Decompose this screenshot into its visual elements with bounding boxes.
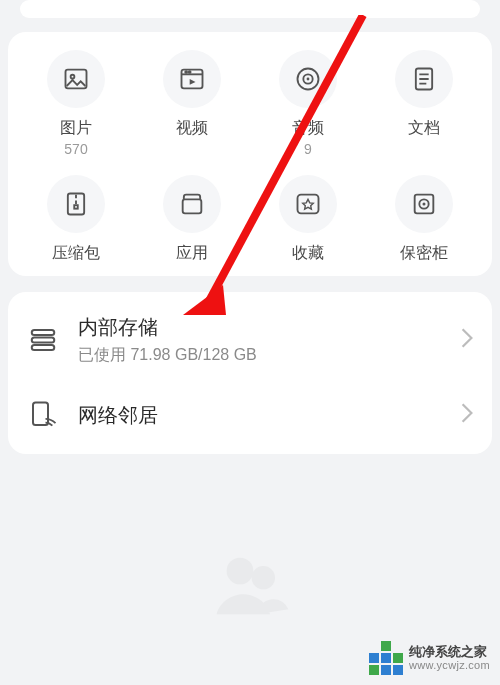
category-docs[interactable]: 文档 [369, 50, 479, 157]
network-title: 网络邻居 [78, 402, 460, 429]
watermark: 纯净系统之家 www.ycwjz.com [369, 641, 490, 675]
category-label: 图片 [60, 118, 92, 139]
category-images[interactable]: 图片 570 [21, 50, 131, 157]
star-icon [279, 175, 337, 233]
storage-title: 内部存储 [78, 314, 460, 341]
category-audio[interactable]: 音频 9 [253, 50, 363, 157]
category-count: 570 [64, 141, 87, 157]
svg-point-3 [185, 71, 187, 73]
storage-list-card: 内部存储 已使用 71.98 GB/128 GB 网络邻居 [8, 292, 492, 454]
svg-point-20 [227, 558, 254, 585]
category-label: 应用 [176, 243, 208, 264]
archive-icon [47, 175, 105, 233]
category-videos[interactable]: 视频 [137, 50, 247, 157]
list-body: 网络邻居 [78, 402, 460, 429]
category-apps[interactable]: 应用 [137, 175, 247, 266]
svg-point-15 [422, 202, 425, 205]
category-vault[interactable]: 保密柜 [369, 175, 479, 266]
watermark-url: www.ycwjz.com [409, 659, 490, 672]
category-label: 收藏 [292, 243, 324, 264]
network-neighborhood-item[interactable]: 网络邻居 [8, 382, 492, 448]
category-label: 压缩包 [52, 243, 100, 264]
svg-point-7 [307, 78, 310, 81]
svg-rect-12 [298, 195, 319, 214]
svg-rect-10 [74, 205, 78, 209]
svg-rect-16 [32, 330, 55, 335]
document-icon [395, 50, 453, 108]
svg-point-4 [189, 71, 191, 73]
ghost-background-icon [210, 541, 290, 625]
internal-storage-item[interactable]: 内部存储 已使用 71.98 GB/128 GB [8, 298, 492, 382]
storage-icon [26, 323, 60, 357]
chevron-right-icon [460, 327, 474, 353]
watermark-logo-icon [369, 641, 403, 675]
category-label: 文档 [408, 118, 440, 139]
svg-rect-17 [32, 338, 55, 343]
apps-icon [163, 175, 221, 233]
list-body: 内部存储 已使用 71.98 GB/128 GB [78, 314, 460, 366]
svg-point-1 [71, 75, 75, 79]
svg-rect-19 [33, 403, 48, 426]
svg-rect-18 [32, 345, 55, 350]
category-label: 音频 [292, 118, 324, 139]
audio-icon [279, 50, 337, 108]
image-icon [47, 50, 105, 108]
chevron-right-icon [460, 402, 474, 428]
search-bar[interactable] [20, 0, 480, 18]
watermark-name: 纯净系统之家 [409, 644, 490, 660]
network-icon [26, 398, 60, 432]
video-icon [163, 50, 221, 108]
svg-rect-11 [183, 199, 202, 213]
category-label: 保密柜 [400, 243, 448, 264]
category-archives[interactable]: 压缩包 [21, 175, 131, 266]
storage-subtitle: 已使用 71.98 GB/128 GB [78, 345, 460, 366]
category-favorites[interactable]: 收藏 [253, 175, 363, 266]
category-label: 视频 [176, 118, 208, 139]
category-count: 9 [304, 141, 312, 157]
category-grid: 图片 570 视频 音频 9 文档 [18, 50, 482, 266]
svg-rect-0 [66, 70, 87, 89]
vault-icon [395, 175, 453, 233]
categories-card: 图片 570 视频 音频 9 文档 [8, 32, 492, 276]
svg-point-21 [252, 566, 275, 589]
